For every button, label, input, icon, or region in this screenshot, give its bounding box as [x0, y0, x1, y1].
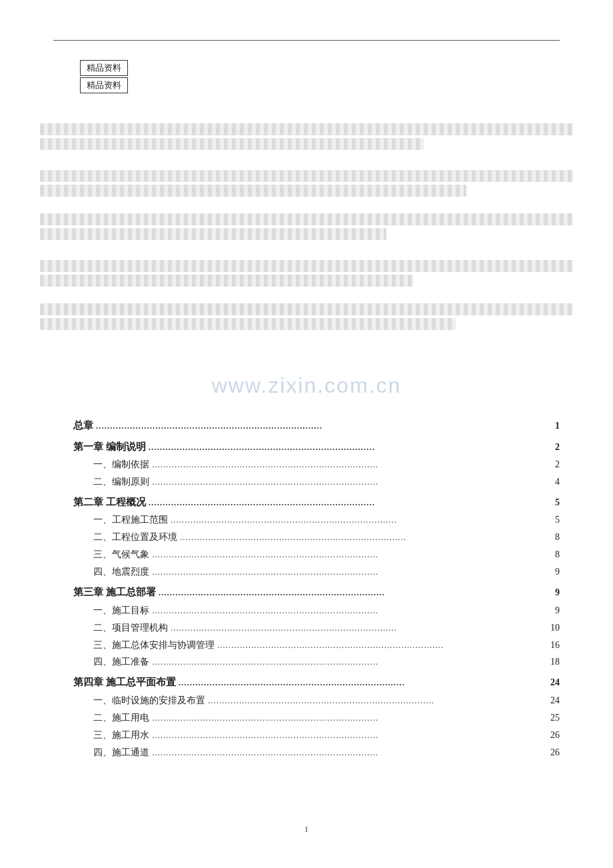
- document-page: 精品资料 精品资料 www.zixin.com.cn: [0, 0, 613, 868]
- toc-item-1: 第一章 编制说明................................…: [73, 439, 560, 456]
- toc-page-6: 8: [555, 529, 560, 545]
- toc-page-18: 26: [550, 745, 560, 761]
- toc-label-3: 二、编制原则: [93, 475, 149, 490]
- toc-item-2: 一、编制依据..................................…: [73, 457, 560, 473]
- toc-label-5: 一、工程施工范围: [93, 513, 168, 528]
- toc-item-12: 三、施工总体安排与协调管理...........................…: [73, 637, 560, 653]
- toc-page-7: 8: [555, 547, 560, 563]
- toc-label-12: 三、施工总体安排与协调管理: [93, 638, 215, 653]
- table-of-contents: 总章......................................…: [73, 413, 560, 762]
- toc-dots-18: ........................................…: [152, 745, 548, 760]
- toc-item-8: 四、地震烈度..................................…: [73, 564, 560, 580]
- toc-item-16: 二、施工用电..................................…: [73, 710, 560, 726]
- toc-page-0: 1: [555, 418, 560, 434]
- toc-label-1: 第一章 编制说明: [73, 439, 146, 456]
- toc-dots-15: ........................................…: [208, 693, 548, 708]
- toc-label-6: 二、工程位置及环境: [93, 530, 177, 545]
- toc-item-18: 四、施工通道..................................…: [73, 745, 560, 761]
- toc-page-11: 10: [550, 620, 560, 636]
- toc-dots-16: ........................................…: [152, 711, 548, 725]
- badge-1: 精品资料: [80, 60, 128, 76]
- toc-label-16: 二、施工用电: [93, 711, 149, 726]
- top-divider: [53, 40, 560, 41]
- toc-item-15: 一、临时设施的安排及布置............................…: [73, 693, 560, 709]
- toc-label-2: 一、编制依据: [93, 457, 149, 473]
- toc-item-4: 第二章 工程概况................................…: [73, 494, 560, 511]
- toc-label-11: 二、项目管理机构: [93, 621, 168, 636]
- page-footer: I: [0, 824, 613, 835]
- toc-page-17: 26: [550, 727, 560, 743]
- toc-dots-11: ........................................…: [171, 621, 548, 635]
- toc-label-7: 三、气候气象: [93, 547, 149, 563]
- toc-label-9: 第三章 施工总部署: [73, 584, 156, 601]
- gray-bars-section-3: [40, 213, 573, 248]
- toc-dots-3: ........................................…: [152, 475, 552, 489]
- badge-group: 精品资料 精品资料: [80, 60, 128, 93]
- gray-bars-section-1: [40, 123, 573, 158]
- toc-dots-17: ........................................…: [152, 728, 548, 743]
- toc-label-18: 四、施工通道: [93, 745, 149, 761]
- toc-item-5: 一、工程施工范围................................…: [73, 512, 560, 528]
- watermark-text: www.zixin.com.cn: [0, 373, 613, 398]
- toc-dots-13: ........................................…: [152, 655, 548, 669]
- toc-page-13: 18: [550, 654, 560, 670]
- toc-dots-1: ........................................…: [149, 440, 552, 455]
- toc-item-7: 三、气候气象..................................…: [73, 547, 560, 563]
- toc-dots-5: ........................................…: [171, 513, 552, 527]
- toc-item-17: 三、施工用水..................................…: [73, 727, 560, 743]
- toc-dots-12: ........................................…: [217, 638, 548, 653]
- toc-dots-14: ........................................…: [179, 675, 548, 690]
- gray-bars-section-4: [40, 260, 573, 295]
- toc-page-1: 2: [555, 439, 560, 455]
- toc-item-0: 总章......................................…: [73, 417, 560, 435]
- toc-dots-10: ........................................…: [152, 603, 552, 618]
- toc-label-0: 总章: [73, 417, 93, 435]
- toc-page-3: 4: [555, 474, 560, 490]
- toc-item-11: 二、项目管理机构................................…: [73, 620, 560, 636]
- toc-dots-2: ........................................…: [152, 457, 552, 472]
- toc-label-13: 四、施工准备: [93, 655, 149, 670]
- toc-dots-6: ........................................…: [180, 530, 552, 545]
- toc-label-4: 第二章 工程概况: [73, 494, 146, 511]
- toc-page-14: 24: [550, 675, 560, 691]
- toc-dots-9: ........................................…: [159, 585, 552, 600]
- toc-page-10: 9: [555, 603, 560, 619]
- toc-label-15: 一、临时设施的安排及布置: [93, 693, 205, 709]
- toc-page-4: 5: [555, 495, 560, 511]
- toc-page-15: 24: [550, 693, 560, 709]
- toc-label-14: 第四章 施工总平面布置: [73, 674, 176, 691]
- toc-dots-0: ........................................…: [96, 419, 552, 433]
- toc-page-16: 25: [550, 710, 560, 726]
- toc-dots-7: ........................................…: [152, 547, 552, 562]
- badge-2: 精品资料: [80, 77, 128, 93]
- gray-bars-section-5: [40, 303, 573, 338]
- toc-page-5: 5: [555, 512, 560, 528]
- toc-label-17: 三、施工用水: [93, 728, 149, 743]
- toc-page-2: 2: [555, 457, 560, 473]
- page-number: I: [305, 824, 308, 834]
- gray-bars-section-2: [40, 170, 573, 205]
- toc-label-8: 四、地震烈度: [93, 565, 149, 580]
- toc-dots-4: ........................................…: [149, 495, 552, 510]
- toc-page-9: 9: [555, 585, 560, 601]
- toc-item-14: 第四章 施工总平面布置.............................…: [73, 674, 560, 691]
- toc-item-13: 四、施工准备..................................…: [73, 654, 560, 670]
- toc-item-10: 一、施工目标..................................…: [73, 603, 560, 619]
- toc-item-3: 二、编制原则..................................…: [73, 474, 560, 490]
- toc-item-9: 第三章 施工总部署...............................…: [73, 584, 560, 601]
- toc-item-6: 二、工程位置及环境...............................…: [73, 529, 560, 545]
- toc-label-10: 一、施工目标: [93, 603, 149, 619]
- toc-page-8: 9: [555, 564, 560, 580]
- toc-dots-8: ........................................…: [152, 565, 552, 579]
- toc-page-12: 16: [550, 637, 560, 653]
